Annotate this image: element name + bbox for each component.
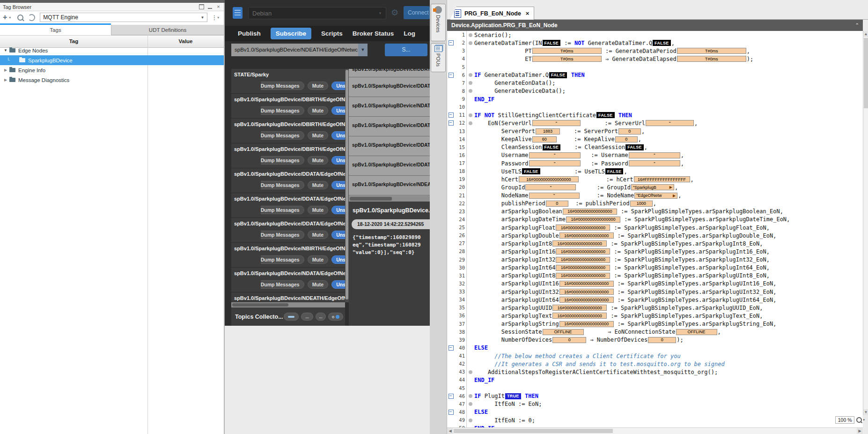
editor-vertical-scrollbar[interactable]: ▲ ▼ xyxy=(863,31,868,415)
subscription-row[interactable]: spBv1.0/SparkplugBDevice/NDEATH/EdgeOfNe… xyxy=(231,292,345,302)
unsubscribe-button[interactable]: Uns xyxy=(331,82,345,90)
refresh-icon[interactable] xyxy=(28,14,35,21)
unsubscribe-button[interactable]: Uns xyxy=(331,106,345,115)
subscription-row[interactable]: spBv1.0/SparkplugBDevice/DBIRTH/EdgeOfNe… xyxy=(231,143,345,168)
code-line[interactable]: 22 publishPeriod0 := publishPeriod1000, xyxy=(447,200,863,208)
dump-messages-button[interactable]: Dump Messages xyxy=(261,131,304,140)
code-line[interactable]: 14 KeepAlive60 := KeepAlive0, xyxy=(447,135,863,143)
collector-options-button[interactable]: ... xyxy=(316,313,326,321)
search-icon[interactable] xyxy=(17,15,23,21)
code-line[interactable]: 23 arSparkplugBoolean16#0000000000000000… xyxy=(447,208,863,216)
code-line[interactable]: 2GenerateDataTimer(INFALSE := NOT Genera… xyxy=(447,39,863,47)
fold-collapse-icon[interactable] xyxy=(449,394,454,399)
monitor-value-expandable[interactable]: "SparkplugB▶ xyxy=(631,184,674,190)
code-line[interactable]: 9END_IF xyxy=(447,95,863,103)
dump-messages-button[interactable]: Dump Messages xyxy=(261,82,304,90)
code-line[interactable]: 37 arSparkplugString16#0000000000000000 … xyxy=(447,320,863,328)
subscription-row[interactable]: spBv1.0/SparkplugBDevice/DBIRTH/EdgeOfNe… xyxy=(231,94,345,119)
code-line[interactable]: 25 arSparkplugFloat16#0000000000000000 :… xyxy=(447,224,863,232)
fold-collapse-icon[interactable] xyxy=(449,73,454,78)
mute-button[interactable]: Mute xyxy=(308,82,329,90)
tree-row[interactable]: └SparkplugBDevice xyxy=(0,55,224,65)
zoom-caret-icon[interactable]: ▾ xyxy=(863,418,865,422)
message-row[interactable]: spBv1.0/SparkplugBDevice/DDAT xyxy=(349,77,430,97)
code-line[interactable]: 19 hCert16#0000000000000000 := hCert16#F… xyxy=(447,175,863,183)
code-line[interactable]: 48ELSE xyxy=(447,408,863,416)
code-line[interactable]: 43 AdditionalStepsToRegisterAClientCerti… xyxy=(447,368,863,376)
code-line[interactable]: 26 arSparkplugDouble16#0000000000000000 … xyxy=(447,232,863,239)
breakpoint-column[interactable] xyxy=(467,394,474,398)
collector-toggle-button[interactable]: o xyxy=(328,313,343,321)
subscription-row[interactable]: spBv1.0/SparkplugBDevice/DBIRTH/EdgeOfNe… xyxy=(231,119,345,143)
gear-icon[interactable]: ⚙ xyxy=(391,7,398,18)
unsubscribe-button[interactable]: Uns xyxy=(331,131,345,140)
subscription-row[interactable]: spBv1.0/SparkplugBDevice/NBIRTH/EdgeOfNe… xyxy=(231,243,345,268)
connect-button[interactable]: Connect xyxy=(404,6,430,19)
message-row[interactable]: spBv1.0/SparkplugBDevice/NDAT xyxy=(349,97,430,117)
dump-messages-button[interactable]: Dump Messages xyxy=(261,106,304,115)
minimize-icon[interactable] xyxy=(208,8,212,9)
breakpoint-column[interactable] xyxy=(467,89,474,93)
tab-close-icon[interactable]: × xyxy=(526,10,530,17)
code-line[interactable]: 34 arSparkplugUInt6416#0000000000000000 … xyxy=(447,296,863,304)
tag-provider-combo[interactable]: MQTT Engine ▼ xyxy=(40,13,207,22)
close-icon[interactable]: × xyxy=(216,4,221,9)
code-line[interactable]: 8 GenerateDeviceData(); xyxy=(447,87,863,95)
editor-tab[interactable]: PRG_FB_EoN_Node × xyxy=(450,7,534,20)
tree-row[interactable]: ▶Message Diagnostics xyxy=(0,75,224,85)
code-line[interactable]: 40ELSE xyxy=(447,344,863,352)
breakpoint-column[interactable] xyxy=(467,370,474,374)
mute-button[interactable]: Mute xyxy=(308,280,329,289)
code-line[interactable]: 44END_IF xyxy=(447,376,863,384)
breakpoint-column[interactable] xyxy=(467,419,474,422)
fold-collapse-icon[interactable] xyxy=(449,345,454,351)
scroll-up-icon[interactable]: ▲ xyxy=(863,31,868,37)
code-line[interactable]: 13 ServerPort1883 := ServerPort0, xyxy=(447,127,863,135)
code-line[interactable]: 28 arSparkplugInt1616#0000000000000000 :… xyxy=(447,247,863,255)
breakpoint-column[interactable] xyxy=(467,81,474,85)
code-line[interactable]: 50END_IF xyxy=(447,424,863,427)
side-tab-devices[interactable]: Devices xyxy=(431,4,446,41)
code-line[interactable]: 11IF NOT StillGettingClientCertificateFA… xyxy=(447,111,863,119)
subscription-row[interactable]: spBv1.0/SparkplugBDevice/DDATA/EdgeOfNet… xyxy=(231,168,345,193)
code-line[interactable]: 20 GroupId" := GroupId"SparkplugB▶, xyxy=(447,183,863,191)
subscription-row[interactable]: spBv1.0/SparkplugBDevice/DDATA/EdgeOfNet… xyxy=(231,193,345,218)
collapse-arrow-icon[interactable]: ▶ xyxy=(3,68,8,72)
unsubscribe-button[interactable]: Uns xyxy=(331,181,345,189)
code-line[interactable]: 32 arSparkplugUInt1616#0000000000000000 … xyxy=(447,280,863,288)
topic-combo[interactable]: spBv1.0/SparkplugBDevice/NDEATH/EdgeOfNe… xyxy=(231,44,358,56)
subscription-row[interactable]: spBv1.0/SparkplugBDevice/NDATA/EdgeOfNet… xyxy=(231,268,345,292)
scroll-left-icon[interactable]: ◀ xyxy=(447,428,453,434)
subscription-row[interactable]: STATE/SparkyDump MessagesMuteUns xyxy=(231,69,345,94)
tab-tags[interactable]: Tags xyxy=(0,25,111,35)
dump-messages-button[interactable]: Dump Messages xyxy=(261,231,304,239)
code-line[interactable]: 46IF PlugItTRUE THEN xyxy=(447,392,863,400)
editor-horizontal-scrollbar[interactable]: ◀ ▶ xyxy=(447,427,863,434)
mute-button[interactable]: Mute xyxy=(308,106,329,115)
message-row[interactable]: spBv1.0/SparkplugBDevice/DDAT xyxy=(349,136,430,156)
fold-collapse-icon[interactable] xyxy=(449,112,454,118)
topic-combo-arrow[interactable]: ▼ xyxy=(358,44,368,56)
monitor-value-expandable[interactable]: "EdgeOfNetw▶ xyxy=(634,193,677,199)
code-line[interactable]: 29 arSparkplugInt3216#0000000000000000 :… xyxy=(447,256,863,264)
code-line[interactable]: 33 arSparkplugUInt3216#0000000000000000 … xyxy=(447,288,863,296)
unsubscribe-button[interactable]: Uns xyxy=(331,231,345,239)
mute-button[interactable]: Mute xyxy=(308,181,329,189)
code-line[interactable]: 38 SessionStateOFFLINE ⇒ EoNConnectionSt… xyxy=(447,328,863,336)
mute-button[interactable]: Mute xyxy=(308,206,329,214)
zoom-level-value[interactable]: 100 % xyxy=(835,416,855,424)
code-line[interactable]: 31 arSparkplugUInt816#0000000000000000 :… xyxy=(447,272,863,280)
breakpoint-column[interactable] xyxy=(467,41,474,45)
code-line[interactable]: 10 xyxy=(447,103,863,111)
add-tag-button[interactable]: + xyxy=(3,13,7,22)
side-tab-pous[interactable]: POUs xyxy=(431,43,446,72)
expand-arrow-icon[interactable]: ▼ xyxy=(3,48,8,52)
zoom-magnifier-icon[interactable] xyxy=(856,417,862,423)
subscription-scrollbar[interactable] xyxy=(345,69,349,302)
tab-udt-definitions[interactable]: UDT Definitions xyxy=(111,25,224,35)
message-row[interactable]: spBv1.0/SparkplugBDevice/DDAT xyxy=(349,117,430,136)
code-line[interactable]: 5 xyxy=(447,63,863,71)
dump-messages-button[interactable]: Dump Messages xyxy=(261,280,304,289)
fold-collapse-icon[interactable] xyxy=(449,120,454,126)
collector-minimize-button[interactable] xyxy=(284,313,299,321)
